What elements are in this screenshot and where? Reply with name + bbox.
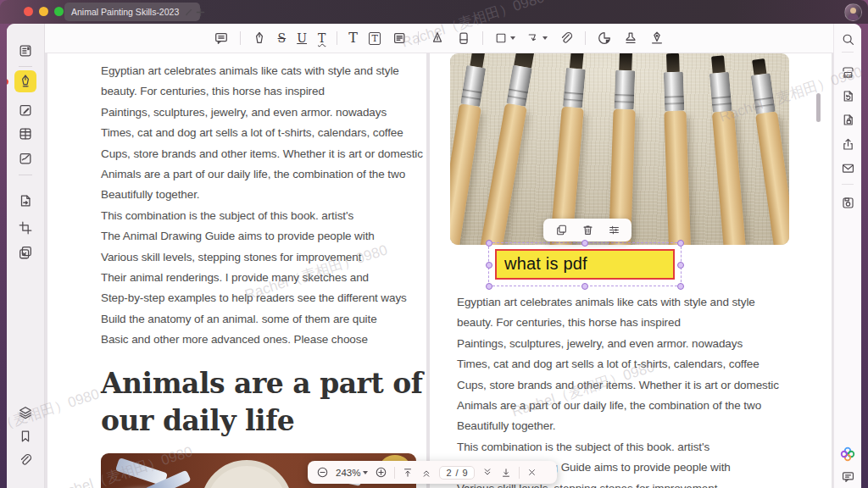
sidebar-item-feedback[interactable] (837, 466, 858, 486)
chevron-down-icon (542, 36, 548, 40)
toolbar-strikethrough-button[interactable]: S (278, 31, 287, 45)
sidebar-divider (842, 52, 854, 53)
toolbar-attachment-button[interactable] (559, 30, 574, 46)
toolbar-textbox-button[interactable]: T (369, 32, 381, 45)
resize-handle-se[interactable] (677, 283, 684, 290)
signature-icon (649, 30, 665, 46)
toolbar-pen-button[interactable] (430, 30, 445, 46)
convert-icon (18, 193, 33, 208)
text-line: This combination is the subject of this … (101, 206, 423, 226)
text-line: Egyptian art celebrates animals like cat… (457, 292, 779, 313)
toolbar-comment-button[interactable] (214, 30, 229, 46)
document-viewport[interactable]: Egyptian art celebrates animals like cat… (45, 53, 833, 488)
sidebar-item-protect[interactable] (837, 109, 858, 130)
toolbar-squiggly-button[interactable]: T (318, 31, 326, 45)
document-tab[interactable]: Animal Painting Skills-2023 (64, 3, 200, 21)
annotation-properties-button[interactable] (605, 222, 622, 239)
sidebar-item-email[interactable] (837, 158, 858, 178)
close-window-button[interactable] (24, 7, 33, 16)
resize-handle-ne[interactable] (677, 240, 684, 247)
sidebar-item-layers[interactable] (14, 402, 36, 424)
toolbar-stamp-button[interactable] (623, 30, 638, 46)
text-line: Times, cat and dog art sells a lot of t-… (457, 354, 779, 374)
zoom-window-button[interactable] (54, 7, 64, 16)
paintbrushes-image (450, 53, 789, 245)
toolbar-sticker-button[interactable] (597, 30, 612, 46)
resize-handle-w[interactable] (486, 262, 492, 269)
plus-circle-icon (375, 466, 387, 479)
current-page-input[interactable]: 2 (446, 468, 451, 478)
share-icon (841, 137, 855, 152)
resize-handle-sw[interactable] (486, 283, 492, 290)
search-icon (841, 32, 855, 47)
toolbar-signature-button[interactable] (649, 30, 665, 46)
batch-process-icon (18, 245, 33, 260)
page-navigation-bar: 243% 2 / 9 (308, 461, 557, 484)
paintbrush (544, 53, 587, 245)
sidebar-item-ocr[interactable]: OCR (837, 62, 858, 82)
divider (394, 467, 395, 479)
toolbar-text-button[interactable]: T (348, 31, 358, 45)
sidebar-item-organize-pages[interactable] (14, 123, 36, 145)
sticker-icon (597, 30, 612, 46)
sidebar-item-compress[interactable] (837, 86, 858, 106)
toolbar-arrow-button[interactable] (526, 31, 548, 45)
sidebar-item-fill-sign[interactable] (14, 147, 36, 169)
zoom-in-button[interactable] (375, 466, 387, 479)
previous-page-button[interactable] (420, 467, 432, 479)
toolbar-highlight-button[interactable] (252, 30, 267, 46)
sidebar-item-attachment[interactable] (14, 449, 36, 471)
toolbar-shape-button[interactable] (494, 31, 515, 45)
sidebar-item-batch[interactable] (14, 241, 36, 263)
jump-to-bottom-button[interactable] (500, 467, 512, 479)
underline-icon: U (297, 31, 307, 45)
text-annotation-box[interactable]: what is pdf (495, 249, 675, 280)
resize-handle-nw[interactable] (486, 240, 492, 247)
sidebar-divider (19, 66, 32, 67)
zoom-out-button[interactable] (316, 466, 329, 479)
sidebar-item-crop[interactable] (14, 217, 36, 239)
sidebar-item-ai[interactable] (837, 444, 858, 464)
bookmark-icon (18, 429, 33, 444)
plate (201, 460, 292, 488)
sidebar-item-convert[interactable] (14, 190, 36, 212)
resize-handle-e[interactable] (677, 262, 684, 269)
delete-annotation-button[interactable] (579, 222, 596, 239)
toolbar-callout-button[interactable] (392, 30, 407, 46)
new-tab-button[interactable] (193, 5, 207, 19)
toolbar-eraser-button[interactable] (456, 30, 471, 46)
copy-annotation-button[interactable] (553, 222, 570, 239)
chevron-down-icon (363, 471, 368, 474)
resize-handle-s[interactable] (581, 283, 588, 290)
sidebar-divider (19, 175, 32, 175)
vertical-scrollbar[interactable] (816, 93, 821, 122)
app-window: OCR (7, 24, 861, 488)
fill-sign-icon (18, 151, 33, 166)
jump-to-top-button[interactable] (402, 467, 414, 479)
sidebar-item-search[interactable] (837, 29, 858, 49)
sidebar-item-save[interactable] (837, 192, 858, 213)
total-pages: 9 (463, 468, 468, 478)
stamp-icon (623, 30, 638, 46)
resize-handle-n[interactable] (581, 240, 588, 247)
sidebar-item-reader[interactable] (14, 40, 36, 62)
toolbar-underline-button[interactable]: U (297, 31, 307, 45)
rename-pencil-icon[interactable] (185, 8, 193, 16)
close-navigation-bar-button[interactable] (526, 467, 537, 478)
sidebar-item-comment[interactable] (14, 70, 36, 92)
user-avatar[interactable] (844, 3, 862, 21)
zoom-level-dropdown[interactable]: 243% (336, 468, 368, 478)
minimize-window-button[interactable] (39, 7, 48, 16)
organize-pages-icon (18, 126, 33, 141)
next-page-button[interactable] (481, 467, 493, 479)
shape-rectangle-icon (494, 31, 508, 45)
page-indicator[interactable]: 2 / 9 (439, 466, 474, 480)
text-line: Animals are a part of our daily life, th… (101, 164, 423, 185)
sidebar-item-share[interactable] (837, 134, 858, 154)
text-line: Beautifully together. (457, 416, 779, 436)
sidebar-item-edit[interactable] (14, 99, 36, 121)
sidebar-item-bookmark[interactable] (14, 425, 36, 447)
envelope-icon (841, 161, 855, 175)
sliders-icon (608, 224, 620, 236)
ocr-icon-label: OCR (843, 74, 852, 79)
